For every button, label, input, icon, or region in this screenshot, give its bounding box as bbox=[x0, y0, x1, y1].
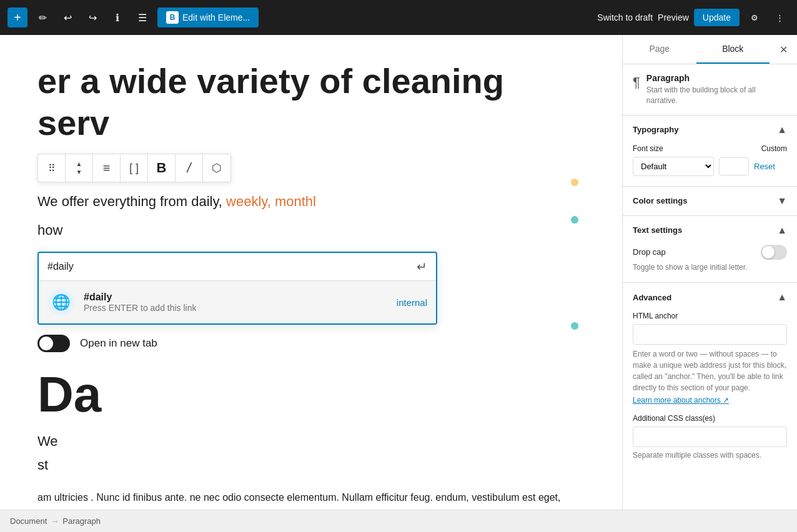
link-input-row: ↵ bbox=[39, 253, 436, 280]
block-desc: Start with the building block of all nar… bbox=[646, 85, 787, 106]
link-suggestion-item[interactable]: 🌐 #daily Press ENTER to add this link in… bbox=[39, 280, 436, 323]
main-layout: er a wide variety of cleaning serv ⠿ ▲ ▼… bbox=[0, 35, 797, 510]
color-settings-title: Color settings bbox=[633, 196, 687, 205]
lorem-paragraph: am ultricies . Nunc id finibus ante. ne … bbox=[37, 489, 585, 510]
we-text: We st bbox=[37, 430, 585, 476]
anchor-desc: Enter a word or two — without spaces — t… bbox=[633, 348, 787, 393]
advanced-content: HTML anchor Enter a word or two — withou… bbox=[623, 312, 797, 470]
css-class-label: Additional CSS class(es) bbox=[633, 414, 787, 423]
text-settings-title: Text settings bbox=[633, 225, 682, 235]
toolbar-right: Switch to draft Preview Update ⚙ ⋮ bbox=[597, 7, 790, 27]
open-new-tab-row: Open in new tab bbox=[37, 335, 585, 352]
large-da-heading: Da bbox=[37, 367, 585, 422]
settings-icon: ⚙ bbox=[751, 13, 758, 22]
typography-content: Font size Custom Default Reset bbox=[623, 144, 797, 186]
font-custom-input[interactable] bbox=[719, 157, 749, 175]
update-button[interactable]: Update bbox=[694, 9, 740, 26]
custom-label: Custom bbox=[761, 144, 787, 153]
link-suggestion-title: #daily bbox=[84, 292, 388, 303]
link-globe-icon: 🌐 bbox=[47, 288, 75, 316]
switch-draft-button[interactable]: Switch to draft bbox=[597, 12, 653, 22]
typography-section-header[interactable]: Typography ▲ bbox=[623, 116, 797, 144]
edit-with-elementor-button[interactable]: B Edit with Eleme... bbox=[157, 7, 259, 27]
more-options-button[interactable]: ⋮ bbox=[770, 7, 790, 27]
drop-cap-label: Drop cap bbox=[633, 247, 666, 257]
page-content: er a wide variety of cleaning serv ⠿ ▲ ▼… bbox=[37, 60, 585, 510]
add-block-button[interactable]: + bbox=[7, 7, 27, 27]
toolbar-drag-handle[interactable]: ⠿ bbox=[38, 154, 66, 182]
breadcrumb-separator: → bbox=[51, 516, 59, 526]
drop-cap-desc: Toggle to show a large initial letter. bbox=[633, 262, 787, 273]
block-floating-toolbar: ⠿ ▲ ▼ ≡ [ ] B / ⬡ bbox=[37, 154, 231, 182]
block-description: Paragraph Start with the building block … bbox=[646, 73, 787, 106]
list-icon: ☰ bbox=[138, 12, 147, 24]
offer-paragraph: We offer everything from daily, weekly, … bbox=[37, 190, 585, 213]
advanced-collapse-icon: ▲ bbox=[777, 292, 787, 303]
undo-icon: ↩ bbox=[64, 12, 72, 24]
breadcrumb-paragraph[interactable]: Paragraph bbox=[62, 516, 101, 526]
sidebar-tab-bar: Page Block ✕ bbox=[623, 35, 797, 64]
font-reset-button[interactable]: Reset bbox=[754, 162, 775, 171]
redo-button[interactable]: ↪ bbox=[82, 7, 102, 27]
font-size-label: Font size bbox=[633, 144, 663, 153]
breadcrumb-document[interactable]: Document bbox=[10, 516, 47, 526]
edit-elementor-label: Edit with Eleme... bbox=[182, 12, 250, 22]
color-settings-header[interactable]: Color settings ▼ bbox=[623, 187, 797, 215]
typography-section: Typography ▲ Font size Custom Default Re… bbox=[623, 116, 797, 187]
close-icon: ✕ bbox=[780, 44, 788, 56]
text-settings-content: Drop cap Toggle to show a large initial … bbox=[623, 245, 797, 283]
paragraph-icon: ¶ bbox=[633, 74, 640, 91]
link-enter-icon: ↵ bbox=[417, 259, 427, 274]
toolbar-italic-button[interactable]: / bbox=[176, 154, 203, 182]
how-text: how bbox=[37, 219, 585, 242]
advanced-section-header[interactable]: Advanced ▲ bbox=[623, 283, 797, 312]
undo-button[interactable]: ↩ bbox=[57, 7, 77, 27]
font-size-select[interactable]: Default bbox=[633, 157, 714, 176]
redo-icon: ↪ bbox=[89, 12, 97, 24]
toolbar-align-button[interactable]: ≡ bbox=[93, 154, 121, 182]
text-settings-header[interactable]: Text settings ▲ bbox=[623, 216, 797, 245]
right-sidebar: Page Block ✕ ¶ Paragraph Start with the … bbox=[622, 35, 797, 510]
toolbar-link-button[interactable]: ⬡ bbox=[203, 154, 230, 182]
color-settings-section: Color settings ▼ bbox=[623, 187, 797, 216]
link-input[interactable] bbox=[47, 261, 412, 272]
page-heading-partial: er a wide variety of cleaning serv bbox=[37, 60, 585, 144]
toolbar-bold-button[interactable]: B bbox=[148, 154, 176, 182]
anchor-link[interactable]: Learn more about anchors ↗ bbox=[633, 396, 729, 405]
new-tab-label: Open in new tab bbox=[80, 337, 157, 350]
breadcrumb: Document → Paragraph bbox=[0, 510, 797, 532]
heading-text: er a wide variety of cleaning serv bbox=[37, 61, 504, 142]
settings-button[interactable]: ⚙ bbox=[745, 7, 765, 27]
page-tab[interactable]: Page bbox=[623, 35, 696, 64]
weekly-highlight: weekly, bbox=[226, 194, 271, 209]
more-icon: ⋮ bbox=[776, 13, 784, 22]
text-settings-collapse-icon: ▲ bbox=[777, 225, 787, 236]
advanced-title: Advanced bbox=[633, 293, 671, 302]
drop-cap-row: Drop cap bbox=[633, 245, 787, 260]
monthly-highlight: monthl bbox=[275, 194, 316, 209]
html-anchor-input[interactable] bbox=[633, 324, 787, 345]
content-area: er a wide variety of cleaning serv ⠿ ▲ ▼… bbox=[0, 35, 622, 510]
toolbar-move-handle[interactable]: ▲ ▼ bbox=[66, 154, 93, 182]
font-size-controls: Default Reset bbox=[633, 157, 787, 176]
drop-cap-toggle-knob bbox=[762, 246, 775, 259]
dot-yellow bbox=[571, 179, 578, 186]
color-settings-collapse-icon: ▼ bbox=[777, 195, 787, 207]
elementor-icon: B bbox=[166, 11, 179, 24]
font-size-labels: Font size Custom bbox=[633, 144, 787, 153]
css-class-desc: Separate multiple classes with spaces. bbox=[633, 451, 787, 460]
preview-button[interactable]: Preview bbox=[658, 12, 689, 22]
block-tab[interactable]: Block bbox=[696, 35, 770, 64]
toolbar-bracket-button[interactable]: [ ] bbox=[121, 154, 148, 182]
list-view-button[interactable]: ☰ bbox=[132, 7, 152, 27]
info-button[interactable]: ℹ bbox=[107, 7, 127, 27]
main-toolbar: + ✏ ↩ ↪ ℹ ☰ B Edit with Eleme... Switch … bbox=[0, 0, 797, 35]
edit-mode-button[interactable]: ✏ bbox=[32, 7, 52, 27]
sidebar-close-button[interactable]: ✕ bbox=[772, 38, 795, 61]
typography-title: Typography bbox=[633, 125, 678, 134]
drop-cap-toggle[interactable] bbox=[761, 245, 787, 260]
link-suggestion-desc: Press ENTER to add this link bbox=[84, 303, 388, 313]
css-class-input[interactable] bbox=[633, 426, 787, 447]
new-tab-toggle[interactable] bbox=[37, 335, 70, 352]
link-suggestion-text: #daily Press ENTER to add this link bbox=[84, 292, 388, 313]
